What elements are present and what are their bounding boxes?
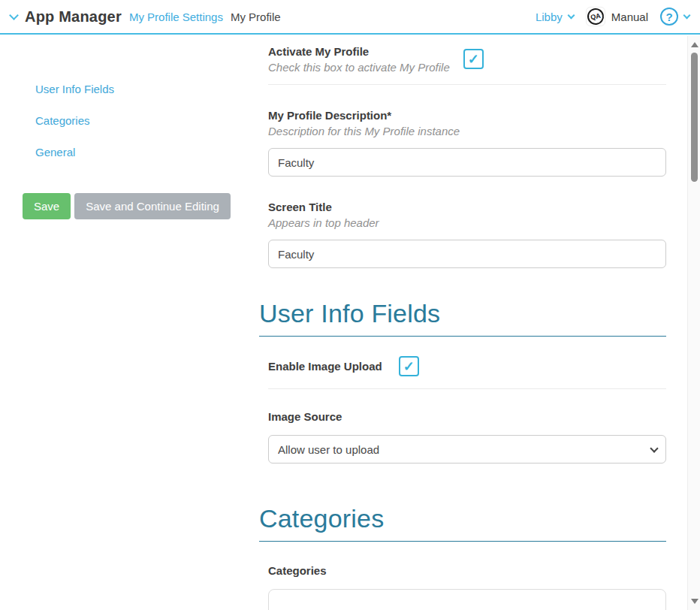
help-icon[interactable]: ? xyxy=(660,8,678,26)
help-chevron-down-icon[interactable] xyxy=(683,11,691,19)
sidebar-item-general[interactable]: General xyxy=(35,146,75,159)
image-source-label: Image Source xyxy=(268,410,666,423)
scroll-up-arrow-icon[interactable] xyxy=(691,42,698,47)
categories-section-header: Categories xyxy=(259,504,666,542)
user-chevron-down-icon[interactable] xyxy=(567,11,575,19)
header-right-group: Libby QA Manual ? xyxy=(536,7,689,26)
screen-title-group: Screen Title Appears in top header xyxy=(268,201,666,268)
description-label: My Profile Description* xyxy=(268,109,666,122)
qa-logo: QA xyxy=(586,7,605,26)
image-source-select[interactable]: Allow user to upload xyxy=(268,435,666,464)
activate-profile-label: Activate My Profile xyxy=(268,45,450,58)
image-source-group: Image Source Allow user to upload xyxy=(268,410,666,464)
check-icon: ✓ xyxy=(403,358,415,375)
user-info-fields-heading: User Info Fields xyxy=(259,299,666,328)
enable-image-upload-checkbox[interactable]: ✓ xyxy=(399,356,419,376)
breadcrumb: App Manager My Profile Settings My Profi… xyxy=(11,8,281,26)
user-info-fields-underline xyxy=(259,336,666,337)
app-window: App Manager My Profile Settings My Profi… xyxy=(0,0,700,610)
description-help: Description for this My Profile instance xyxy=(268,125,666,137)
user-menu[interactable]: Libby xyxy=(536,11,563,23)
breadcrumb-my-profile-settings[interactable]: My Profile Settings xyxy=(129,11,223,23)
manual-link[interactable]: Manual xyxy=(611,11,648,23)
save-button[interactable]: Save xyxy=(23,193,71,219)
screen-title-input[interactable] xyxy=(268,240,666,268)
scrollbar-thumb[interactable] xyxy=(691,53,698,182)
section-divider xyxy=(268,388,666,389)
activate-profile-help: Check this box to activate My Profile xyxy=(268,61,450,74)
chevron-down-icon[interactable] xyxy=(9,11,19,20)
check-icon: ✓ xyxy=(468,51,479,68)
activate-profile-group: Activate My Profile Check this box to ac… xyxy=(268,45,666,85)
categories-panel xyxy=(268,589,666,610)
section-divider xyxy=(268,84,666,85)
save-and-continue-button[interactable]: Save and Continue Editing xyxy=(74,193,231,219)
enable-image-upload-label: Enable Image Upload xyxy=(268,360,382,373)
sidebar-item-categories[interactable]: Categories xyxy=(35,114,90,127)
qa-logo-text: QA xyxy=(586,7,605,26)
app-title: App Manager xyxy=(25,8,122,26)
activate-profile-checkbox[interactable]: ✓ xyxy=(463,49,484,69)
vertical-scrollbar[interactable] xyxy=(687,36,700,610)
categories-field-label: Categories xyxy=(268,564,666,577)
categories-heading: Categories xyxy=(259,504,666,533)
settings-form: Activate My Profile Check this box to ac… xyxy=(268,35,666,610)
description-input[interactable] xyxy=(268,148,666,177)
sidebar: User Info Fields Categories General Save… xyxy=(0,35,255,610)
save-button-row: Save Save and Continue Editing xyxy=(23,193,231,219)
screen-title-label: Screen Title xyxy=(268,201,666,213)
enable-image-upload-group: Enable Image Upload ✓ xyxy=(268,356,666,389)
user-info-fields-section-header: User Info Fields xyxy=(259,299,666,337)
breadcrumb-my-profile: My Profile xyxy=(231,11,281,23)
category-row xyxy=(279,602,658,610)
screen-title-help: Appears in top header xyxy=(268,216,666,229)
description-group: My Profile Description* Description for … xyxy=(268,109,666,177)
top-header-bar: App Manager My Profile Settings My Profi… xyxy=(0,0,700,35)
sidebar-item-user-info-fields[interactable]: User Info Fields xyxy=(35,83,114,95)
categories-field-group: Categories xyxy=(268,564,666,577)
categories-underline xyxy=(259,541,666,542)
scroll-down-arrow-icon[interactable] xyxy=(691,599,698,604)
